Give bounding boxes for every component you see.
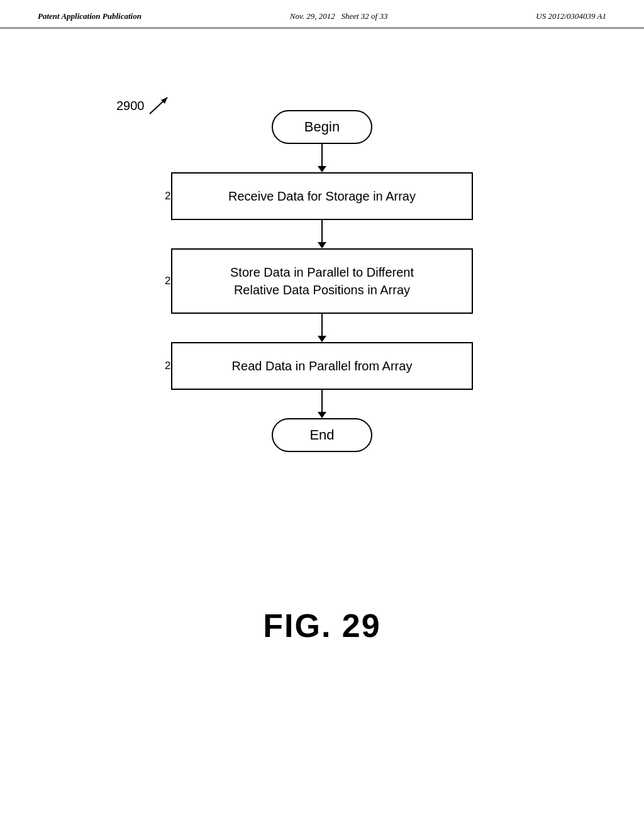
end-node: End: [272, 418, 372, 452]
step3-row: 2906 Read Data in Parallel from Array: [158, 342, 486, 390]
step1-row: 2902 Receive Data for Storage in Array: [158, 172, 486, 220]
step2-text: Store Data in Parallel to DifferentRelat…: [230, 265, 414, 297]
step2-row: 2904 Store Data in Parallel to Different…: [158, 248, 486, 314]
step1-box: Receive Data for Storage in Array: [171, 172, 473, 220]
page-header: Patent Application Publication Nov. 29, …: [0, 0, 644, 28]
step3-box: Read Data in Parallel from Array: [171, 342, 473, 390]
connector-line: [321, 144, 323, 166]
arrow-begin-to-step1: [318, 144, 326, 172]
arrowhead-icon: [318, 242, 326, 248]
header-publication-label: Patent Application Publication: [38, 11, 142, 21]
arrow-step2-to-step3: [318, 314, 326, 342]
step3-text: Read Data in Parallel from Array: [232, 359, 413, 373]
connector-line: [321, 390, 323, 412]
connector-line: [321, 314, 323, 336]
step1-text: Receive Data for Storage in Array: [228, 189, 416, 203]
header-date: Nov. 29, 2012: [290, 11, 335, 21]
begin-label: Begin: [304, 119, 340, 135]
figure-label: FIG. 29: [263, 607, 380, 645]
header-patent-number: US 2012/0304039 A1: [536, 11, 606, 21]
connector-line: [321, 220, 323, 242]
diagram-number: 2900: [116, 99, 145, 113]
end-label: End: [309, 427, 334, 443]
arrowhead-icon: [318, 412, 326, 418]
begin-node: Begin: [272, 110, 372, 144]
arrowhead-icon: [318, 166, 326, 172]
arrowhead-icon: [318, 336, 326, 342]
flowchart: Begin 2902 Receive Data for Storage in A…: [158, 110, 486, 452]
step2-box: Store Data in Parallel to DifferentRelat…: [171, 248, 473, 314]
diagram-area: 2900 Begin 2902 Receive Data for: [0, 28, 644, 720]
arrow-step1-to-step2: [318, 220, 326, 248]
header-date-sheet: Nov. 29, 2012 Sheet 32 of 33: [290, 11, 388, 21]
arrow-step3-to-end: [318, 390, 326, 418]
header-sheet: Sheet 32 of 33: [341, 11, 387, 21]
